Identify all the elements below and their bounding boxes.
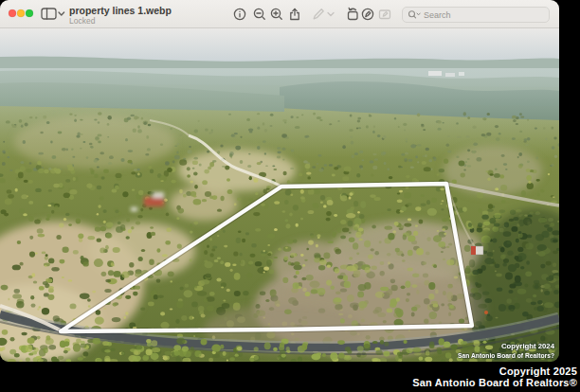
zoom-button[interactable] xyxy=(26,9,33,17)
close-button[interactable] xyxy=(9,9,16,17)
zoom-in-icon[interactable] xyxy=(269,7,284,22)
search-input[interactable] xyxy=(424,10,528,20)
info-icon[interactable] xyxy=(232,7,247,22)
zoom-out-icon[interactable] xyxy=(252,7,267,22)
background-copyright-line1: Copyright 2025 xyxy=(412,365,577,377)
rotate-icon[interactable] xyxy=(345,7,360,22)
chevron-down-icon xyxy=(59,12,64,15)
title-bar[interactable]: property lines 1.webp Locked xyxy=(0,0,559,28)
photo-watermark-line2: San Antonio Board of Realtors? xyxy=(458,351,554,360)
orange-marker xyxy=(484,311,488,314)
share-icon[interactable] xyxy=(287,7,302,22)
photo-watermark-line1: Copyright 2024 xyxy=(501,342,554,350)
markup-pen-icon[interactable] xyxy=(311,7,326,22)
aerial-photo-svg: Copyright 2024 San Antonio Board of Real… xyxy=(0,28,559,362)
markup-icon[interactable] xyxy=(360,7,375,22)
preview-window: Copyright 2024 San Antonio Board of Real… xyxy=(0,0,559,362)
search-icon xyxy=(408,9,421,20)
small-shed xyxy=(471,246,483,255)
chevron-down-icon[interactable] xyxy=(326,7,335,22)
window-title: property lines 1.webp xyxy=(69,5,172,16)
aerial-photo: Copyright 2024 San Antonio Board of Real… xyxy=(0,28,559,362)
search-field[interactable] xyxy=(402,7,550,23)
traffic-lights xyxy=(8,9,45,18)
minimize-button[interactable] xyxy=(17,9,25,17)
background-copyright-line2: San Antonio Board of Realtors® xyxy=(412,377,577,388)
sidebar-toggle-button[interactable] xyxy=(41,6,65,23)
background-copyright: Copyright 2025 San Antonio Board of Real… xyxy=(412,365,577,388)
window-subtitle: Locked xyxy=(69,16,95,26)
markup-toolbar-icon[interactable] xyxy=(377,7,392,22)
